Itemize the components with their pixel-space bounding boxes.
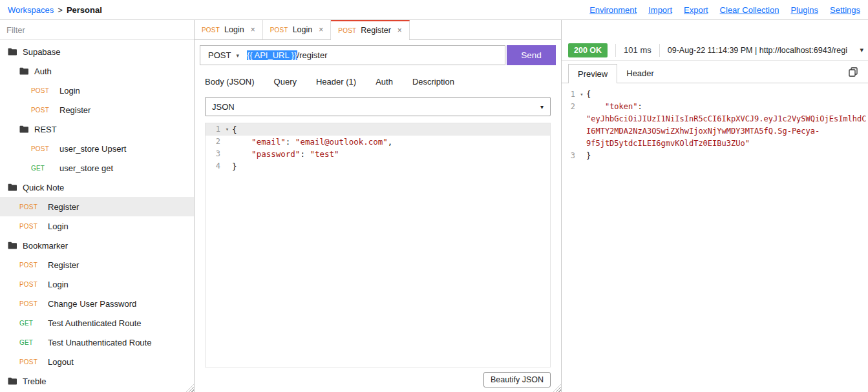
response-line-wrap-3: I6MTY2MDA2NzA3OSwiZXhwIjoxNjYwMDY3MTA5fQ… bbox=[562, 125, 868, 138]
method-label: POST bbox=[270, 26, 288, 34]
response-line-wrap-4: 9f5jtD5ytdcILEI6gmvKOldTz0EIBu3ZUo" bbox=[562, 138, 868, 150]
tree-folder-supabase[interactable]: Supabase bbox=[0, 42, 194, 61]
fold-arrow-icon[interactable]: ▾ bbox=[577, 88, 586, 101]
tree-request-change-user-password[interactable]: POSTChange User Password bbox=[0, 294, 194, 313]
request-subtab-query[interactable]: Query bbox=[274, 77, 297, 87]
line-number: 3 bbox=[206, 148, 222, 160]
breadcrumb-workspaces-link[interactable]: Workspaces bbox=[8, 5, 54, 15]
method-label: GET bbox=[19, 320, 43, 327]
filter-input[interactable] bbox=[0, 20, 194, 40]
topbar-link-import[interactable]: Import bbox=[648, 5, 672, 15]
method-label: POST bbox=[19, 203, 43, 211]
tree-folder-bookmarker[interactable]: Bookmarker bbox=[0, 236, 194, 255]
tab-close-button[interactable]: × bbox=[397, 26, 402, 35]
method-label: POST bbox=[19, 358, 43, 366]
tab-close-button[interactable]: × bbox=[251, 25, 255, 34]
tree-item-label: Logout bbox=[48, 357, 74, 367]
body-editor[interactable]: 1▾{2 "email": "email@outlook.com",3 "pas… bbox=[205, 123, 551, 367]
tree-item-label: Auth bbox=[34, 67, 52, 76]
code-text: { bbox=[232, 123, 237, 136]
tree-request-register[interactable]: POSTRegister bbox=[0, 100, 194, 119]
url-path: /register bbox=[297, 50, 328, 60]
fold-gutter bbox=[577, 125, 586, 138]
fold-gutter bbox=[577, 138, 586, 150]
response-spacer bbox=[562, 20, 868, 40]
topbar-link-export[interactable]: Export bbox=[684, 5, 708, 15]
request-tab-post-login[interactable]: POSTLogin× bbox=[263, 20, 332, 39]
send-button[interactable]: Send bbox=[507, 45, 556, 65]
topbar: Workspaces > Personal EnvironmentImportE… bbox=[0, 0, 868, 20]
chevron-down-icon: ▾ bbox=[236, 52, 239, 59]
topbar-link-environment[interactable]: Environment bbox=[589, 5, 637, 15]
folder-icon bbox=[8, 48, 17, 56]
response-body[interactable]: 1▾{2 "token":"eyJhbGciOiJIUzI1NiIsInR5cC… bbox=[562, 83, 868, 392]
tree-item-label: Register bbox=[48, 260, 79, 270]
code-text: 9f5jtD5ytdcILEI6gmvKOldTz0EIBu3ZUo" bbox=[586, 138, 750, 150]
response-line-2: 2 "token": bbox=[562, 101, 868, 113]
code-text: "password": "test" bbox=[232, 148, 339, 160]
tree-folder-auth[interactable]: Auth bbox=[0, 61, 194, 81]
tree-request-login[interactable]: POSTLogin bbox=[0, 274, 194, 294]
tree-request-login[interactable]: POSTLogin bbox=[0, 216, 194, 236]
app-window: Workspaces > Personal EnvironmentImportE… bbox=[0, 0, 868, 392]
method-label: GET bbox=[31, 165, 54, 172]
request-tab-post-login[interactable]: POSTLogin× bbox=[195, 20, 263, 39]
tree-request-test-authenticated-route[interactable]: GETTest Authenticated Route bbox=[0, 313, 194, 333]
tree-folder-quick-note[interactable]: Quick Note bbox=[0, 178, 194, 197]
request-subtab-header-1[interactable]: Header (1) bbox=[316, 77, 356, 87]
request-tab-post-register[interactable]: POSTRegister× bbox=[331, 20, 410, 39]
sidebar: SupabaseAuthPOSTLoginPOSTRegisterRESTPOS… bbox=[0, 20, 195, 392]
request-subtabs: Body (JSON)QueryHeader (1)AuthDescriptio… bbox=[195, 69, 561, 92]
response-tab-preview[interactable]: Preview bbox=[568, 64, 617, 83]
method-label: GET bbox=[19, 339, 43, 346]
tree-item-label: Quick Note bbox=[23, 183, 64, 192]
editor-line-4: 4} bbox=[206, 160, 550, 172]
fold-arrow-icon[interactable]: ▾ bbox=[222, 123, 232, 136]
method-label: POST bbox=[19, 300, 43, 307]
topbar-link-clear-collection[interactable]: Clear Collection bbox=[720, 5, 779, 15]
tree-item-label: Treble bbox=[23, 377, 46, 386]
request-subtab-auth[interactable]: Auth bbox=[376, 77, 393, 87]
request-panel: POSTLogin×POSTLogin×POSTRegister× POST ▾… bbox=[195, 20, 562, 392]
folder-icon bbox=[8, 242, 17, 249]
method-select[interactable]: POST ▾ bbox=[200, 50, 247, 60]
response-tab-header[interactable]: Header bbox=[617, 64, 663, 83]
tree-request-user-store-get[interactable]: GETuser_store get bbox=[0, 158, 194, 178]
tree-request-register[interactable]: POSTRegister bbox=[0, 197, 194, 216]
tree-request-logout[interactable]: POSTLogout bbox=[0, 352, 194, 371]
method-select-value: POST bbox=[208, 50, 231, 60]
request-subtab-description[interactable]: Description bbox=[412, 77, 454, 87]
tree-request-user-store-upsert[interactable]: POSTuser_store Upsert bbox=[0, 139, 194, 158]
copy-icon[interactable] bbox=[849, 67, 862, 77]
tree-item-label: Register bbox=[48, 202, 79, 212]
url-input[interactable]: {{ API_URL }}/register bbox=[247, 50, 505, 60]
tree-item-label: Change User Password bbox=[48, 299, 136, 309]
content-area: SupabaseAuthPOSTLoginPOSTRegisterRESTPOS… bbox=[0, 20, 868, 392]
line-number: 2 bbox=[206, 136, 222, 148]
url-env-variable: {{ API_URL }} bbox=[247, 50, 297, 60]
response-status-bar: 200 OK 101 ms 09-Aug-22 11:14:39 PM | ht… bbox=[562, 40, 868, 61]
tree-request-login[interactable]: POSTLogin bbox=[0, 81, 194, 100]
response-meta: 09-Aug-22 11:14:39 PM | http://localhost… bbox=[668, 46, 856, 55]
tab-label: Register bbox=[361, 26, 391, 35]
code-text: "eyJhbGciOiJIUzI1NiIsInR5cCI6IkpXVCJ9.ey… bbox=[586, 113, 866, 125]
line-number bbox=[562, 138, 577, 150]
topbar-link-settings[interactable]: Settings bbox=[830, 5, 860, 15]
line-number: 2 bbox=[562, 101, 577, 113]
topbar-link-plugins[interactable]: Plugins bbox=[790, 5, 818, 15]
tree-item-label: user_store Upsert bbox=[59, 144, 126, 154]
tree-request-register[interactable]: POSTRegister bbox=[0, 255, 194, 274]
method-label: POST bbox=[31, 145, 54, 152]
method-label: POST bbox=[202, 26, 220, 34]
line-number: 1 bbox=[206, 123, 222, 136]
beautify-json-button[interactable]: Beautify JSON bbox=[483, 372, 551, 387]
tree-folder-treble[interactable]: Treble bbox=[0, 371, 194, 391]
breadcrumb-current: Personal bbox=[67, 5, 102, 15]
tree-folder-rest[interactable]: REST bbox=[0, 119, 194, 139]
tab-close-button[interactable]: × bbox=[319, 25, 323, 34]
response-tabs-items: PreviewHeader bbox=[568, 61, 663, 83]
tree-request-test-unauthenticated-route[interactable]: GETTest Unauthenticated Route bbox=[0, 333, 194, 352]
body-type-select[interactable]: JSON ▾ bbox=[205, 97, 551, 116]
request-subtab-body-json[interactable]: Body (JSON) bbox=[205, 77, 255, 87]
response-history-chevron-icon[interactable]: ▾ bbox=[855, 46, 868, 54]
